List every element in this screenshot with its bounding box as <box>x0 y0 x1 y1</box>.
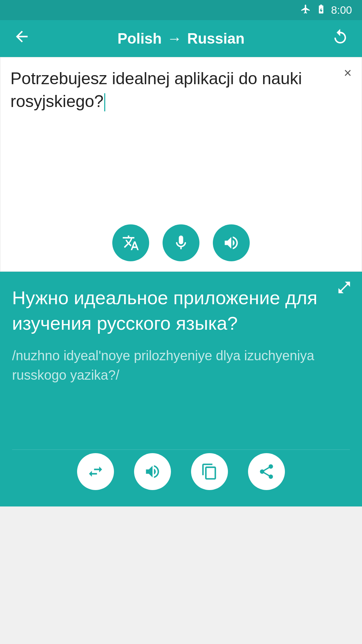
translate-button[interactable] <box>112 224 149 261</box>
status-bar: 8:00 <box>0 0 362 20</box>
bottom-bar <box>12 449 350 493</box>
back-button[interactable] <box>10 28 34 49</box>
translation-panel: Нужно идеальное приложение для изучения … <box>0 272 362 506</box>
app-header: Polish → Russian <box>0 20 362 57</box>
copy-button[interactable] <box>191 453 228 490</box>
clear-button[interactable]: × <box>344 65 352 80</box>
translated-text: Нужно идеальное приложение для изучения … <box>12 285 350 336</box>
source-language[interactable]: Polish <box>117 30 162 47</box>
arrow-icon: → <box>167 30 182 47</box>
target-language[interactable]: Russian <box>187 30 244 47</box>
airplane-icon <box>300 4 311 17</box>
input-actions <box>10 224 352 265</box>
phonetic-text: /nuzhno idyeal'noye prilozhyeniye dlya i… <box>12 346 350 385</box>
status-time: 8:00 <box>331 4 352 16</box>
speak-input-button[interactable] <box>213 224 250 261</box>
status-icons: 8:00 <box>300 4 352 17</box>
translation-content: Нужно идеальное приложение для изучения … <box>12 285 350 385</box>
battery-charging-icon <box>316 4 326 17</box>
input-text[interactable]: Potrzebujesz idealnej aplikacji do nauki… <box>10 67 352 214</box>
share-button[interactable] <box>248 453 285 490</box>
header-title: Polish → Russian <box>117 30 244 47</box>
reset-button[interactable] <box>328 28 352 49</box>
text-cursor <box>104 93 105 111</box>
swap-languages-button[interactable] <box>77 453 114 490</box>
speak-translation-button[interactable] <box>134 453 171 490</box>
expand-button[interactable] <box>337 280 352 299</box>
microphone-button[interactable] <box>163 224 199 261</box>
input-panel: × Potrzebujesz idealnej aplikacji do nau… <box>0 57 362 272</box>
